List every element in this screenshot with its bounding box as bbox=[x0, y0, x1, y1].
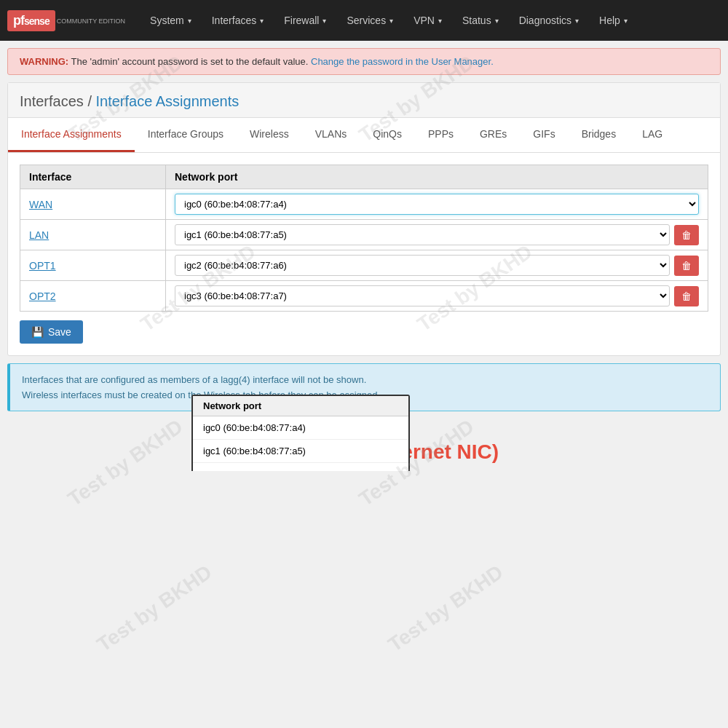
opt2-delete-button[interactable]: 🗑 bbox=[674, 286, 699, 306]
breadcrumb-separator: / bbox=[84, 93, 96, 109]
breadcrumb: Interfaces / Interface Assignments bbox=[20, 93, 708, 117]
tab-ppps[interactable]: PPPs bbox=[415, 118, 467, 152]
lan-port-select[interactable]: igc0 (60:be:b4:08:77:a4)igc1 (60:be:b4:0… bbox=[175, 224, 670, 245]
opt1-port-select[interactable]: igc0 (60:be:b4:08:77:a4)igc1 (60:be:b4:0… bbox=[175, 255, 670, 276]
opt2-port-select[interactable]: igc0 (60:be:b4:08:77:a4)igc1 (60:be:b4:0… bbox=[175, 285, 670, 306]
tab-gres[interactable]: GREs bbox=[467, 118, 520, 152]
interface-lan-link[interactable]: LAN bbox=[29, 229, 49, 241]
tab-interface-groups[interactable]: Interface Groups bbox=[135, 118, 237, 152]
breadcrumb-current[interactable]: Interface Assignments bbox=[96, 93, 240, 109]
brand: pfsense COMMUNITY EDITION bbox=[7, 10, 125, 31]
chevron-down-icon: ▾ bbox=[323, 17, 326, 25]
chevron-down-icon: ▾ bbox=[624, 17, 628, 25]
interface-opt1-link[interactable]: OPT1 bbox=[29, 260, 56, 272]
save-icon: 💾 bbox=[31, 326, 44, 338]
pfsense-logo: pfsense bbox=[7, 10, 55, 31]
dropdown-option-1[interactable]: igc1 (60:be:b4:08:77:a5) bbox=[193, 440, 408, 463]
warning-text: The 'admin' account password is set to t… bbox=[71, 56, 309, 67]
nav-help[interactable]: Help ▾ bbox=[589, 0, 638, 41]
col-network-port: Network port bbox=[166, 165, 708, 189]
nav-diagnostics[interactable]: Diagnostics ▾ bbox=[509, 0, 589, 41]
brand-sub: COMMUNITY EDITION bbox=[57, 18, 125, 25]
tab-bridges[interactable]: Bridges bbox=[569, 118, 629, 152]
page-content: Interfaces / Interface Assignments Inter… bbox=[7, 82, 721, 356]
wan-port-cell: igc0 (60:be:b4:08:77:a4)igc1 (60:be:b4:0… bbox=[175, 194, 699, 215]
tab-wireless[interactable]: Wireless bbox=[237, 118, 302, 152]
tab-gifs[interactable]: GIFs bbox=[520, 118, 568, 152]
lan-port-cell: igc0 (60:be:b4:08:77:a4)igc1 (60:be:b4:0… bbox=[175, 224, 699, 245]
tab-lag[interactable]: LAG bbox=[629, 118, 676, 152]
dropdown-option-0[interactable]: igc0 (60:be:b4:08:77:a4) bbox=[193, 416, 408, 440]
table-row: WAN igc0 (60:be:b4:08:77:a4)igc1 (60:be:… bbox=[20, 189, 708, 220]
nav-vpn[interactable]: VPN ▾ bbox=[403, 0, 452, 41]
opt1-delete-button[interactable]: 🗑 bbox=[674, 256, 699, 276]
tab-qinqs[interactable]: QinQs bbox=[360, 118, 415, 152]
dropdown-popup-title: Network port bbox=[193, 396, 408, 416]
save-label: Save bbox=[48, 326, 71, 338]
warning-prefix: WARNING: bbox=[20, 56, 68, 67]
chevron-down-icon: ▾ bbox=[575, 17, 579, 25]
opt2-port-cell: igc0 (60:be:b4:08:77:a4)igc1 (60:be:b4:0… bbox=[175, 285, 699, 306]
dropdown-popup: Network port igc0 (60:be:b4:08:77:a4) ig… bbox=[191, 395, 410, 471]
warning-link[interactable]: Change the password in the User Manager. bbox=[311, 56, 494, 67]
table-row: OPT1 igc0 (60:be:b4:08:77:a4)igc1 (60:be… bbox=[20, 250, 708, 281]
opt1-port-cell: igc0 (60:be:b4:08:77:a4)igc1 (60:be:b4:0… bbox=[175, 255, 699, 276]
chevron-down-icon: ▾ bbox=[495, 17, 499, 25]
save-button[interactable]: 💾 Save bbox=[20, 320, 83, 344]
tab-vlans[interactable]: VLANs bbox=[302, 118, 360, 152]
nav-services[interactable]: Services ▾ bbox=[336, 0, 403, 41]
col-interface: Interface bbox=[20, 165, 166, 189]
table-row: OPT2 igc0 (60:be:b4:08:77:a4)igc1 (60:be… bbox=[20, 281, 708, 312]
nav-firewall[interactable]: Firewall ▾ bbox=[274, 0, 336, 41]
breadcrumb-area: Interfaces / Interface Assignments bbox=[8, 83, 720, 118]
wan-port-select[interactable]: igc0 (60:be:b4:08:77:a4)igc1 (60:be:b4:0… bbox=[175, 194, 699, 215]
nav-status[interactable]: Status ▾ bbox=[452, 0, 509, 41]
nav-interfaces[interactable]: Interfaces ▾ bbox=[202, 0, 274, 41]
pf-icon: pf bbox=[13, 13, 24, 28]
nav-system[interactable]: System ▾ bbox=[140, 0, 202, 41]
chevron-down-icon: ▾ bbox=[389, 17, 393, 25]
breadcrumb-parent: Interfaces bbox=[20, 93, 84, 109]
interface-opt2-link[interactable]: OPT2 bbox=[29, 290, 56, 302]
table-area: Interface Network port WAN igc0 (60:be:b… bbox=[8, 153, 720, 355]
table-row: LAN igc0 (60:be:b4:08:77:a4)igc1 (60:be:… bbox=[20, 220, 708, 250]
info-message-0: Interfaces that are configured as member… bbox=[22, 374, 708, 385]
navbar: pfsense COMMUNITY EDITION System ▾ Inter… bbox=[0, 0, 728, 41]
warning-bar: WARNING: The 'admin' account password is… bbox=[7, 48, 721, 75]
tab-interface-assignments[interactable]: Interface Assignments bbox=[8, 118, 135, 152]
interfaces-table: Interface Network port WAN igc0 (60:be:b… bbox=[20, 165, 708, 312]
chevron-down-icon: ▾ bbox=[438, 17, 442, 25]
chevron-down-icon: ▾ bbox=[188, 17, 191, 25]
tabs-area: Interface Assignments Interface Groups W… bbox=[8, 118, 720, 153]
lan-delete-button[interactable]: 🗑 bbox=[674, 225, 699, 245]
interface-wan-link[interactable]: WAN bbox=[29, 199, 52, 210]
dropdown-option-2[interactable]: igc2 (60:be:b4:08:77:a6) bbox=[193, 463, 408, 471]
chevron-down-icon: ▾ bbox=[260, 17, 264, 25]
